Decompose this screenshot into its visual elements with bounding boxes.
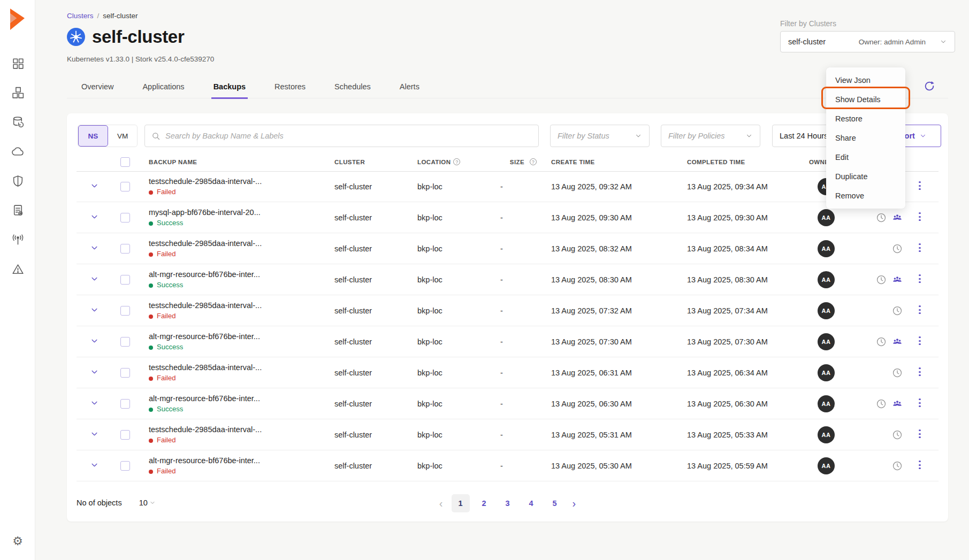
settings-gear-icon[interactable]: ⚙	[0, 534, 35, 548]
column-backup-name[interactable]: BACKUP NAME	[149, 159, 334, 165]
schedule-clock-icon[interactable]	[876, 398, 887, 409]
menu-item-duplicate[interactable]: Duplicate	[826, 167, 905, 186]
menu-item-restore[interactable]: Restore	[826, 109, 905, 128]
backup-name[interactable]: testschedule-2985daa-interval-...	[149, 301, 334, 310]
size-help-icon[interactable]: ?	[530, 158, 537, 165]
row-checkbox[interactable]	[120, 275, 130, 285]
broadcast-antenna-icon[interactable]	[11, 233, 25, 247]
ns-toggle-button[interactable]: NS	[78, 125, 108, 147]
tab-applications[interactable]: Applications	[140, 79, 186, 99]
column-location[interactable]: LOCATION ?	[417, 158, 500, 165]
menu-item-edit[interactable]: Edit	[826, 148, 905, 167]
policy-group-icon[interactable]	[892, 212, 903, 223]
row-expand-chevron-icon[interactable]	[67, 461, 115, 471]
row-expand-chevron-icon[interactable]	[67, 430, 115, 440]
clusters-icon[interactable]	[11, 86, 25, 99]
alerts-warning-icon[interactable]	[11, 263, 25, 276]
policies-filter-dropdown[interactable]: Filter by Policies	[661, 125, 760, 147]
row-actions-kebab-menu[interactable]	[914, 180, 925, 191]
schedule-clock-icon[interactable]	[892, 305, 903, 316]
row-expand-chevron-icon[interactable]	[67, 337, 115, 347]
menu-item-remove[interactable]: Remove	[826, 186, 905, 205]
policy-group-icon[interactable]	[892, 398, 903, 409]
backup-name[interactable]: testschedule-2985daa-interval-...	[149, 239, 334, 248]
cluster-cell: self-cluster	[334, 275, 417, 284]
row-checkbox[interactable]	[120, 399, 130, 409]
backup-name[interactable]: testschedule-2985daa-interval-...	[149, 177, 334, 186]
row-checkbox[interactable]	[120, 430, 130, 440]
row-checkbox[interactable]	[120, 244, 130, 254]
row-checkbox[interactable]	[120, 182, 130, 191]
backup-name[interactable]: alt-mgr-resource-bf676be-inter...	[149, 394, 334, 403]
row-actions-kebab-menu[interactable]	[914, 304, 925, 315]
row-expand-chevron-icon[interactable]	[67, 306, 115, 316]
column-size[interactable]: SIZE ?	[500, 158, 543, 165]
schedule-clock-icon[interactable]	[892, 429, 903, 440]
row-expand-chevron-icon[interactable]	[67, 368, 115, 378]
row-checkbox[interactable]	[120, 213, 130, 223]
menu-item-share[interactable]: Share	[826, 128, 905, 148]
row-checkbox[interactable]	[120, 368, 130, 378]
cluster-filter-dropdown[interactable]: self-cluster Owner: admin Admin	[780, 31, 955, 52]
row-actions-kebab-menu[interactable]	[914, 211, 925, 222]
backups-icon[interactable]	[11, 116, 25, 129]
refresh-icon[interactable]	[924, 80, 935, 92]
row-actions-kebab-menu[interactable]	[914, 459, 925, 470]
row-actions-kebab-menu[interactable]	[914, 242, 925, 253]
security-shield-icon[interactable]	[11, 174, 25, 188]
page-number-1[interactable]: 1	[452, 494, 470, 512]
row-actions-kebab-menu[interactable]	[914, 428, 925, 439]
schedule-clock-icon[interactable]	[892, 243, 903, 254]
policy-group-icon[interactable]	[892, 336, 903, 347]
menu-item-show-details[interactable]: Show Details	[826, 90, 905, 109]
backup-name[interactable]: alt-mgr-resource-bf676be-inter...	[149, 456, 334, 465]
cloud-icon[interactable]	[11, 145, 25, 158]
dashboard-icon[interactable]	[11, 57, 25, 70]
breadcrumb-clusters-link[interactable]: Clusters	[67, 12, 94, 20]
row-expand-chevron-icon[interactable]	[67, 244, 115, 254]
row-actions-kebab-menu[interactable]	[914, 397, 925, 408]
tab-restores[interactable]: Restores	[272, 79, 308, 99]
schedule-clock-icon[interactable]	[892, 461, 903, 471]
tab-backups[interactable]: Backups	[211, 79, 248, 99]
row-expand-chevron-icon[interactable]	[67, 213, 115, 223]
menu-item-view-json[interactable]: View Json	[826, 71, 905, 90]
select-all-checkbox[interactable]	[120, 157, 130, 167]
column-completed-time[interactable]: COMPLETED TIME	[687, 159, 805, 165]
row-checkbox[interactable]	[120, 337, 130, 347]
page-number-2[interactable]: 2	[475, 494, 493, 512]
row-checkbox[interactable]	[120, 461, 130, 471]
backup-name[interactable]: testschedule-2985daa-interval-...	[149, 425, 334, 434]
backup-name[interactable]: alt-mgr-resource-bf676be-inter...	[149, 270, 334, 279]
search-input[interactable]	[165, 132, 532, 140]
rules-document-icon[interactable]	[11, 204, 25, 217]
row-expand-chevron-icon[interactable]	[67, 399, 115, 409]
previous-page-arrow[interactable]: ‹	[436, 497, 446, 510]
next-page-arrow[interactable]: ›	[569, 497, 579, 510]
tab-schedules[interactable]: Schedules	[332, 79, 373, 99]
tab-alerts[interactable]: Alerts	[398, 79, 422, 99]
row-actions-kebab-menu[interactable]	[914, 335, 925, 346]
schedule-clock-icon[interactable]	[876, 212, 887, 223]
schedule-clock-icon[interactable]	[876, 274, 887, 285]
policy-group-icon[interactable]	[892, 274, 903, 285]
backup-name[interactable]: mysql-app-bf676be-interval-20...	[149, 208, 334, 217]
row-expand-chevron-icon[interactable]	[67, 275, 115, 285]
status-filter-dropdown[interactable]: Filter by Status	[550, 125, 650, 147]
backup-name[interactable]: testschedule-2985daa-interval-...	[149, 363, 334, 372]
schedule-clock-icon[interactable]	[876, 336, 887, 347]
vm-toggle-button[interactable]: VM	[108, 125, 137, 147]
row-actions-kebab-menu[interactable]	[914, 366, 925, 377]
location-help-icon[interactable]: ?	[453, 158, 460, 165]
tab-overview[interactable]: Overview	[79, 79, 116, 99]
column-cluster[interactable]: CLUSTER	[334, 159, 417, 165]
page-number-3[interactable]: 3	[499, 494, 517, 512]
column-create-time[interactable]: CREATE TIME	[543, 159, 687, 165]
backup-name[interactable]: alt-mgr-resource-bf676be-inter...	[149, 332, 334, 341]
page-number-4[interactable]: 4	[522, 494, 540, 512]
page-number-5[interactable]: 5	[546, 494, 564, 512]
schedule-clock-icon[interactable]	[892, 367, 903, 378]
row-checkbox[interactable]	[120, 306, 130, 316]
row-actions-kebab-menu[interactable]	[914, 273, 925, 284]
row-expand-chevron-icon[interactable]	[67, 182, 115, 192]
